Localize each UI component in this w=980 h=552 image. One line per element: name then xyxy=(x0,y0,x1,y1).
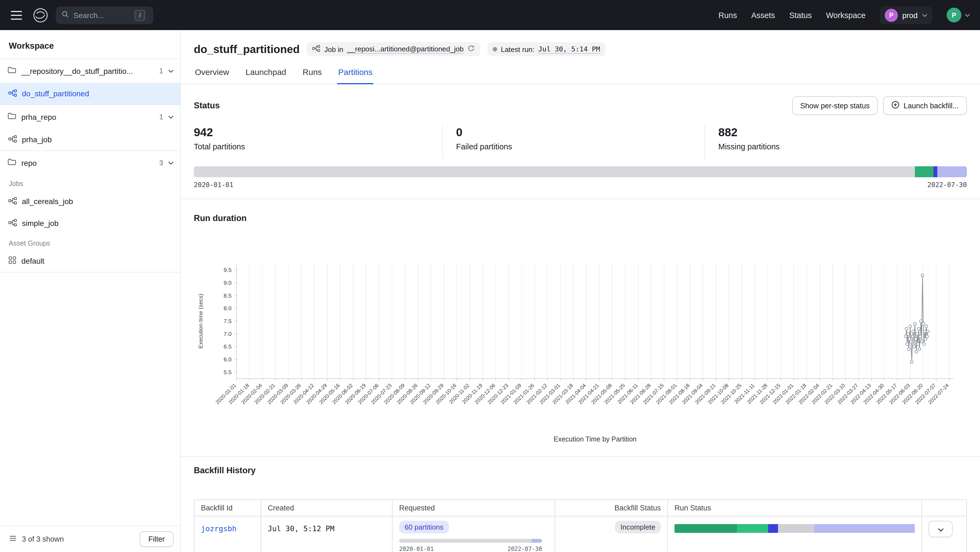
sidebar-item-do-stuff-partitioned[interactable]: do_stuff_partitioned xyxy=(0,82,180,105)
chevron-down-icon xyxy=(937,525,943,533)
table-header-row: Backfill Id Created Requested Backfill S… xyxy=(194,500,967,516)
shown-count-text: 3 of 3 shown xyxy=(22,535,64,543)
stat-failed-partitions: 0 Failed partitions xyxy=(442,125,705,159)
refresh-icon[interactable] xyxy=(467,45,474,54)
search-box[interactable]: / xyxy=(56,6,153,24)
chevron-down-icon xyxy=(168,161,173,164)
sidebar-title: Workspace xyxy=(0,30,180,59)
expand-row-button[interactable] xyxy=(929,521,953,537)
search-icon xyxy=(61,10,69,20)
requested-range-start: 2020-01-01 xyxy=(399,546,434,552)
deployment-avatar: P xyxy=(885,8,898,22)
run-duration-section: Run duration 2020-01-012020-01-182020-02… xyxy=(181,198,980,452)
nav-link-runs[interactable]: Runs xyxy=(718,11,737,19)
job-origin-link[interactable]: __reposi...artitioned@partitioned_job xyxy=(347,45,463,54)
job-origin-chip: Job in __reposi...artitioned@partitioned… xyxy=(307,42,480,56)
repo-count-badge: 3 xyxy=(159,159,163,167)
backfill-history-title: Backfill History xyxy=(194,466,967,476)
svg-text:7.0: 7.0 xyxy=(224,331,232,337)
repo-block: __repository__do_stuff_partitio... 1 do_… xyxy=(0,59,180,105)
nav-link-assets[interactable]: Assets xyxy=(751,11,775,19)
sidebar-repo-prha[interactable]: prha_repo 1 xyxy=(0,105,180,128)
tab-runs[interactable]: Runs xyxy=(302,67,323,84)
svg-text:8.0: 8.0 xyxy=(224,305,232,311)
sidebar-repo-do-stuff[interactable]: __repository__do_stuff_partitio... 1 xyxy=(0,59,180,82)
sidebar-item-simple-job[interactable]: simple_job xyxy=(0,212,180,234)
tab-launchpad[interactable]: Launchpad xyxy=(245,67,288,84)
repo-block: repo 3 Jobs all_cereals_job simple_job A… xyxy=(0,151,180,273)
deployment-switcher[interactable]: P prod xyxy=(880,6,932,24)
stat-label: Failed partitions xyxy=(456,142,705,151)
app-window: / Runs Assets Status Workspace P prod P xyxy=(0,0,980,552)
nav-link-workspace[interactable]: Workspace xyxy=(826,11,865,19)
plus-circle-icon xyxy=(892,101,900,111)
run-status-bar[interactable] xyxy=(675,524,915,533)
chevron-down-icon xyxy=(965,13,970,17)
requested-range-end: 2022-07-30 xyxy=(508,546,542,552)
folder-icon xyxy=(8,112,16,121)
stat-value: 0 xyxy=(456,126,705,139)
workspace-sidebar: Workspace __repository__do_stuff_partiti… xyxy=(0,30,181,552)
svg-text:Execution time (secs): Execution time (secs) xyxy=(197,294,204,349)
job-icon xyxy=(8,197,17,206)
partition-bar-dates: 2020-01-01 2022-07-30 xyxy=(194,181,967,189)
svg-text:6.5: 6.5 xyxy=(224,343,232,350)
status-section: Status Show per-step status Launch backf… xyxy=(181,84,980,189)
repo-label: prha_repo xyxy=(21,113,56,121)
svg-text:9.0: 9.0 xyxy=(224,279,232,286)
backfill-table: Backfill Id Created Requested Backfill S… xyxy=(194,500,967,552)
user-avatar: P xyxy=(947,8,961,22)
repo-label: __repository__do_stuff_partitio... xyxy=(21,67,133,75)
svg-text:6.0: 6.0 xyxy=(224,356,232,362)
menu-icon[interactable] xyxy=(8,6,25,24)
requested-bar-dates: 2020-01-01 2022-07-30 xyxy=(399,546,542,552)
folder-icon xyxy=(8,158,16,167)
job-label: do_stuff_partitioned xyxy=(22,89,89,98)
requested-partitions-chip[interactable]: 60 partitions xyxy=(399,521,449,533)
user-menu[interactable]: P xyxy=(947,8,970,22)
chevron-down-icon xyxy=(168,115,173,119)
column-header-created: Created xyxy=(261,500,392,516)
show-per-step-status-button[interactable]: Show per-step status xyxy=(792,96,878,115)
tab-bar: Overview Launchpad Runs Partitions xyxy=(181,67,980,84)
nav-links: Runs Assets Status Workspace P prod P xyxy=(718,6,970,24)
latest-run-chip: Latest run: Jul 30, 5:14 PM xyxy=(487,42,606,56)
search-input[interactable] xyxy=(73,11,130,19)
launch-backfill-button[interactable]: Launch backfill... xyxy=(883,96,967,115)
tab-partitions[interactable]: Partitions xyxy=(337,67,374,84)
repo-block: prha_repo 1 prha_job xyxy=(0,105,180,151)
asset-groups-section-label: Asset Groups xyxy=(0,234,180,250)
latest-run-link[interactable]: Jul 30, 5:14 PM xyxy=(538,45,600,54)
table-row: jozrgsbh Jul 30, 5:12 PM 60 partitions 2… xyxy=(194,516,967,552)
svg-text:5.5: 5.5 xyxy=(224,369,232,375)
page-title: do_stuff_partitioned xyxy=(194,43,300,56)
stat-total-partitions: 942 Total partitions xyxy=(194,125,442,159)
per-step-button-label: Show per-step status xyxy=(800,102,870,110)
stat-value: 942 xyxy=(194,126,442,139)
svg-text:Execution Time by Partition: Execution Time by Partition xyxy=(554,435,637,443)
filter-button[interactable]: Filter xyxy=(140,531,173,547)
job-label: all_cereals_job xyxy=(22,197,73,206)
tab-overview[interactable]: Overview xyxy=(194,67,230,84)
job-icon xyxy=(8,135,17,144)
sidebar-item-default-asset-group[interactable]: default xyxy=(0,250,180,272)
column-header-backfill-status: Backfill Status xyxy=(555,500,668,516)
status-section-title: Status xyxy=(194,101,220,111)
sidebar-repo-repo[interactable]: repo 3 xyxy=(0,151,180,174)
main-content: do_stuff_partitioned Job in __reposi...a… xyxy=(181,30,980,552)
backfill-created-timestamp: Jul 30, 5:12 PM xyxy=(268,521,334,533)
sidebar-item-prha-job[interactable]: prha_job xyxy=(0,128,180,151)
backfill-button-label: Launch backfill... xyxy=(904,102,959,110)
job-label: prha_job xyxy=(22,135,52,144)
dagster-logo[interactable] xyxy=(32,7,49,23)
backfill-id-link[interactable]: jozrgsbh xyxy=(201,521,237,533)
search-shortcut-key: / xyxy=(135,10,145,21)
sidebar-item-all-cereals-job[interactable]: all_cereals_job xyxy=(0,190,180,212)
nav-link-status[interactable]: Status xyxy=(789,11,811,19)
partition-status-bar[interactable] xyxy=(194,166,967,177)
stat-missing-partitions: 882 Missing partitions xyxy=(705,125,967,159)
job-origin-prefix: Job in xyxy=(325,45,343,53)
latest-run-label: Latest run: xyxy=(501,45,535,53)
run-duration-title: Run duration xyxy=(194,213,967,223)
top-nav: / Runs Assets Status Workspace P prod P xyxy=(0,0,980,30)
